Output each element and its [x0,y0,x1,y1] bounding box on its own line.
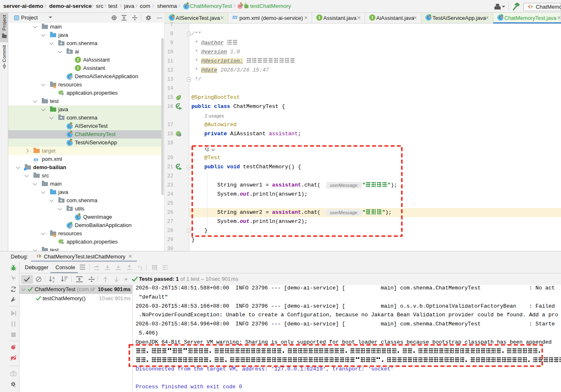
svg-text:9: 9 [14,276,16,280]
svg-text:z: z [53,280,54,283]
